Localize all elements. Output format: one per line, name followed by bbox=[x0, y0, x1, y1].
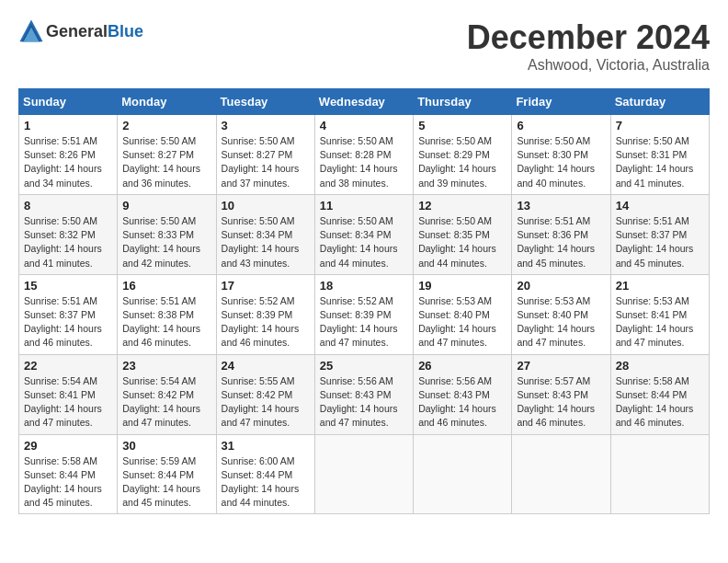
calendar-cell: 2Sunrise: 5:50 AMSunset: 8:27 PMDaylight… bbox=[118, 115, 216, 195]
day-info: Sunrise: 5:50 AMSunset: 8:31 PMDaylight:… bbox=[616, 134, 704, 190]
day-info: Sunrise: 5:54 AMSunset: 8:42 PMDaylight:… bbox=[122, 374, 210, 431]
day-info: Sunrise: 5:58 AMSunset: 8:44 PMDaylight:… bbox=[616, 374, 704, 431]
day-info: Sunrise: 5:55 AMSunset: 8:42 PMDaylight:… bbox=[222, 374, 310, 431]
day-number: 6 bbox=[517, 119, 605, 132]
calendar-cell: 14Sunrise: 5:51 AMSunset: 8:37 PMDayligh… bbox=[610, 194, 709, 274]
day-number: 22 bbox=[24, 359, 112, 373]
calendar-week-row: 8Sunrise: 5:50 AMSunset: 8:32 PMDaylight… bbox=[19, 194, 710, 274]
day-number: 26 bbox=[418, 359, 506, 373]
calendar-cell: 29Sunrise: 5:58 AMSunset: 8:44 PMDayligh… bbox=[19, 434, 118, 514]
calendar-cell: 9Sunrise: 5:50 AMSunset: 8:33 PMDaylight… bbox=[118, 194, 216, 274]
day-info: Sunrise: 5:50 AMSunset: 8:27 PMDaylight:… bbox=[222, 134, 310, 190]
day-info: Sunrise: 5:56 AMSunset: 8:43 PMDaylight:… bbox=[320, 374, 408, 431]
logo: GeneralBlue bbox=[18, 18, 143, 44]
calendar-cell: 8Sunrise: 5:50 AMSunset: 8:32 PMDaylight… bbox=[19, 194, 118, 274]
day-info: Sunrise: 5:50 AMSunset: 8:29 PMDaylight:… bbox=[418, 134, 506, 190]
day-number: 28 bbox=[616, 359, 704, 373]
day-number: 13 bbox=[517, 199, 605, 213]
weekday-header-saturday: Saturday bbox=[610, 89, 709, 115]
calendar-cell: 3Sunrise: 5:50 AMSunset: 8:27 PMDaylight… bbox=[216, 115, 314, 195]
day-number: 2 bbox=[122, 119, 210, 132]
day-info: Sunrise: 5:50 AMSunset: 8:30 PMDaylight:… bbox=[517, 134, 605, 190]
day-number: 31 bbox=[222, 439, 310, 453]
calendar-cell: 27Sunrise: 5:57 AMSunset: 8:43 PMDayligh… bbox=[512, 354, 610, 434]
day-number: 8 bbox=[24, 199, 112, 213]
day-number: 10 bbox=[222, 199, 310, 213]
calendar-cell: 18Sunrise: 5:52 AMSunset: 8:39 PMDayligh… bbox=[314, 274, 413, 354]
weekday-header-tuesday: Tuesday bbox=[216, 89, 314, 115]
calendar-cell: 11Sunrise: 5:50 AMSunset: 8:34 PMDayligh… bbox=[314, 194, 413, 274]
weekday-header-sunday: Sunday bbox=[19, 89, 118, 115]
day-info: Sunrise: 5:50 AMSunset: 8:32 PMDaylight:… bbox=[24, 214, 112, 270]
day-info: Sunrise: 5:50 AMSunset: 8:34 PMDaylight:… bbox=[320, 214, 408, 270]
day-info: Sunrise: 5:51 AMSunset: 8:37 PMDaylight:… bbox=[24, 294, 112, 350]
weekday-header-wednesday: Wednesday bbox=[314, 89, 413, 115]
calendar-week-row: 29Sunrise: 5:58 AMSunset: 8:44 PMDayligh… bbox=[19, 434, 710, 514]
day-number: 4 bbox=[320, 119, 408, 132]
day-info: Sunrise: 6:00 AMSunset: 8:44 PMDaylight:… bbox=[222, 454, 310, 511]
calendar-cell: 15Sunrise: 5:51 AMSunset: 8:37 PMDayligh… bbox=[19, 274, 118, 354]
logo-icon bbox=[18, 18, 44, 44]
calendar-cell: 30Sunrise: 5:59 AMSunset: 8:44 PMDayligh… bbox=[118, 434, 216, 514]
day-info: Sunrise: 5:51 AMSunset: 8:26 PMDaylight:… bbox=[24, 134, 112, 190]
calendar-cell: 19Sunrise: 5:53 AMSunset: 8:40 PMDayligh… bbox=[414, 274, 512, 354]
calendar-cell: 22Sunrise: 5:54 AMSunset: 8:41 PMDayligh… bbox=[19, 354, 118, 434]
day-info: Sunrise: 5:53 AMSunset: 8:40 PMDaylight:… bbox=[517, 294, 605, 350]
calendar-cell: 21Sunrise: 5:53 AMSunset: 8:41 PMDayligh… bbox=[610, 274, 709, 354]
day-number: 27 bbox=[517, 359, 605, 373]
calendar-cell: 17Sunrise: 5:52 AMSunset: 8:39 PMDayligh… bbox=[216, 274, 314, 354]
calendar-cell: 12Sunrise: 5:50 AMSunset: 8:35 PMDayligh… bbox=[414, 194, 512, 274]
day-info: Sunrise: 5:50 AMSunset: 8:28 PMDaylight:… bbox=[320, 134, 408, 190]
calendar-cell: 1Sunrise: 5:51 AMSunset: 8:26 PMDaylight… bbox=[19, 115, 118, 195]
weekday-header-monday: Monday bbox=[118, 89, 216, 115]
day-number: 17 bbox=[222, 279, 310, 293]
calendar-cell: 7Sunrise: 5:50 AMSunset: 8:31 PMDaylight… bbox=[610, 115, 709, 195]
day-info: Sunrise: 5:52 AMSunset: 8:39 PMDaylight:… bbox=[222, 294, 310, 350]
day-info: Sunrise: 5:51 AMSunset: 8:38 PMDaylight:… bbox=[122, 294, 210, 350]
day-info: Sunrise: 5:51 AMSunset: 8:37 PMDaylight:… bbox=[616, 214, 704, 270]
page-header: GeneralBlue December 2024 Ashwood, Victo… bbox=[18, 18, 710, 74]
day-info: Sunrise: 5:50 AMSunset: 8:27 PMDaylight:… bbox=[122, 134, 210, 190]
calendar-cell bbox=[610, 434, 709, 514]
day-info: Sunrise: 5:50 AMSunset: 8:33 PMDaylight:… bbox=[122, 214, 210, 270]
month-title: December 2024 bbox=[467, 18, 710, 57]
day-number: 25 bbox=[320, 359, 408, 373]
calendar-cell: 6Sunrise: 5:50 AMSunset: 8:30 PMDaylight… bbox=[512, 115, 610, 195]
day-number: 15 bbox=[24, 279, 112, 293]
day-number: 5 bbox=[418, 119, 506, 132]
calendar-week-row: 22Sunrise: 5:54 AMSunset: 8:41 PMDayligh… bbox=[19, 354, 710, 434]
calendar: SundayMondayTuesdayWednesdayThursdayFrid… bbox=[18, 88, 710, 514]
day-number: 19 bbox=[418, 279, 506, 293]
weekday-header-friday: Friday bbox=[512, 89, 610, 115]
day-info: Sunrise: 5:56 AMSunset: 8:43 PMDaylight:… bbox=[418, 374, 506, 431]
calendar-cell: 4Sunrise: 5:50 AMSunset: 8:28 PMDaylight… bbox=[314, 115, 413, 195]
calendar-week-row: 1Sunrise: 5:51 AMSunset: 8:26 PMDaylight… bbox=[19, 115, 710, 195]
day-number: 23 bbox=[122, 359, 210, 373]
day-info: Sunrise: 5:53 AMSunset: 8:40 PMDaylight:… bbox=[418, 294, 506, 350]
day-number: 24 bbox=[222, 359, 310, 373]
calendar-cell: 23Sunrise: 5:54 AMSunset: 8:42 PMDayligh… bbox=[118, 354, 216, 434]
logo-text-general: General bbox=[46, 22, 108, 40]
location-title: Ashwood, Victoria, Australia bbox=[467, 57, 710, 74]
day-info: Sunrise: 5:50 AMSunset: 8:35 PMDaylight:… bbox=[418, 214, 506, 270]
day-info: Sunrise: 5:53 AMSunset: 8:41 PMDaylight:… bbox=[616, 294, 704, 350]
day-number: 29 bbox=[24, 439, 112, 453]
calendar-cell: 28Sunrise: 5:58 AMSunset: 8:44 PMDayligh… bbox=[610, 354, 709, 434]
calendar-cell: 24Sunrise: 5:55 AMSunset: 8:42 PMDayligh… bbox=[216, 354, 314, 434]
day-number: 16 bbox=[122, 279, 210, 293]
day-info: Sunrise: 5:57 AMSunset: 8:43 PMDaylight:… bbox=[517, 374, 605, 431]
title-block: December 2024 Ashwood, Victoria, Austral… bbox=[467, 18, 710, 74]
calendar-cell: 31Sunrise: 6:00 AMSunset: 8:44 PMDayligh… bbox=[216, 434, 314, 514]
calendar-cell bbox=[314, 434, 413, 514]
day-number: 3 bbox=[222, 119, 310, 132]
day-number: 14 bbox=[616, 199, 704, 213]
calendar-cell bbox=[414, 434, 512, 514]
day-number: 12 bbox=[418, 199, 506, 213]
calendar-cell: 16Sunrise: 5:51 AMSunset: 8:38 PMDayligh… bbox=[118, 274, 216, 354]
calendar-week-row: 15Sunrise: 5:51 AMSunset: 8:37 PMDayligh… bbox=[19, 274, 710, 354]
day-info: Sunrise: 5:51 AMSunset: 8:36 PMDaylight:… bbox=[517, 214, 605, 270]
weekday-header-row: SundayMondayTuesdayWednesdayThursdayFrid… bbox=[19, 89, 710, 115]
day-number: 1 bbox=[24, 119, 112, 132]
day-info: Sunrise: 5:58 AMSunset: 8:44 PMDaylight:… bbox=[24, 454, 112, 511]
day-number: 20 bbox=[517, 279, 605, 293]
